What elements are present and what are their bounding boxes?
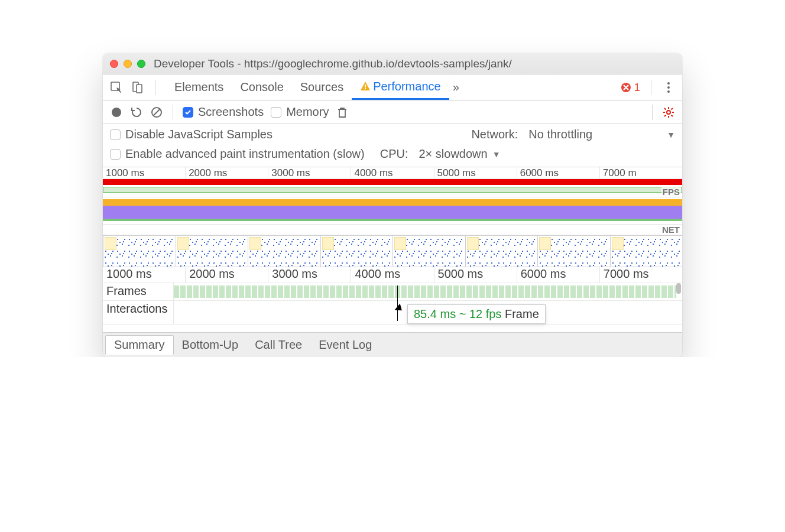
screenshot-thumb[interactable] [465,235,539,267]
window-title: Developer Tools - https://googlechrome.g… [154,57,512,70]
separator [155,80,155,95]
performance-toolbar: Screenshots Memory [103,100,682,124]
memory-label: Memory [286,105,329,119]
screenshot-thumb[interactable] [248,235,321,267]
cpu-lane: CPU [103,197,682,225]
zoom-window-button[interactable] [137,60,145,68]
screenshot-thumb[interactable] [320,235,394,267]
ruler-tick: 7000 m [599,167,682,179]
interactions-track[interactable]: Interactions [103,300,682,324]
capture-settings-panel: Disable JavaScript Samples Network: No t… [103,124,682,167]
tab-performance[interactable]: Performance [352,74,449,100]
ruler-tick: 1000 ms [103,267,185,283]
devtools-window: Developer Tools - https://googlechrome.g… [103,53,682,357]
error-count-badge[interactable]: 1 [621,81,640,94]
flamechart-tracks[interactable]: Frames 85.4 ms ~ 12 fps Frame Interactio… [103,283,682,332]
svg-line-19 [672,108,673,110]
close-window-button[interactable] [110,60,118,68]
svg-point-9 [112,108,121,117]
device-toggle-icon[interactable] [131,81,144,94]
disable-js-label: Disable JavaScript Samples [125,128,273,141]
panel-tabs: Elements Console Sources Performance » [166,74,468,100]
screenshot-thumb[interactable] [610,235,683,267]
error-count: 1 [634,81,640,94]
cpu-label: CPU: [380,147,408,161]
ruler-tick: 5000 ms [434,267,517,283]
ruler-tick: 6000 ms [517,267,599,283]
net-lane-label: NET [661,225,681,235]
network-throttling-dropdown[interactable]: No throttling ▼ [528,128,675,141]
svg-point-12 [667,111,670,114]
screenshots-checkbox[interactable]: Screenshots [183,105,264,119]
separator [651,80,651,95]
memory-checkbox[interactable]: Memory [271,105,329,119]
svg-line-17 [664,108,666,110]
ruler-tick: 7000 ms [599,267,682,283]
cpu-throttling-dropdown[interactable]: 2× slowdown ▼ [419,147,500,161]
screenshot-filmstrip[interactable] [103,235,682,267]
titlebar: Developer Tools - https://googlechrome.g… [103,53,682,74]
flamechart-ruler: 1000 ms 2000 ms 3000 ms 4000 ms 5000 ms … [103,267,682,283]
fps-band [103,187,682,193]
minimize-window-button[interactable] [124,60,132,68]
tab-bottom-up[interactable]: Bottom-Up [174,336,247,354]
inspect-icon[interactable] [110,81,123,94]
chevron-down-icon: ▼ [667,130,675,140]
svg-point-6 [667,82,670,85]
screenshots-label: Screenshots [198,105,264,119]
svg-line-18 [672,115,673,116]
clear-button[interactable] [150,106,163,119]
tabs-overflow[interactable]: » [449,74,468,100]
advanced-paint-label: Enable advanced paint instrumentation (s… [125,147,365,161]
screenshot-thumb[interactable] [392,235,466,267]
kebab-menu-icon[interactable] [662,81,675,94]
interactions-track-header: Interactions [103,301,174,324]
screenshot-thumb[interactable] [103,235,176,267]
frames-lane[interactable] [174,286,676,298]
advanced-paint-checkbox[interactable]: Enable advanced paint instrumentation (s… [110,147,365,161]
cpu-chart [103,199,682,221]
ruler-tick: 1000 ms [103,167,185,179]
svg-rect-2 [137,85,142,93]
scrollbar-thumb[interactable] [676,283,681,294]
checkbox-icon [110,129,121,140]
ruler-tick: 6000 ms [517,167,599,179]
garbage-collect-icon[interactable] [336,106,349,119]
frames-track[interactable]: Frames 85.4 ms ~ 12 fps Frame [103,283,682,300]
ruler-tick: 5000 ms [434,167,517,179]
main-tabbar: Elements Console Sources Performance » 1 [103,74,682,100]
ruler-tick: 4000 ms [351,167,433,179]
ruler-tick: 4000 ms [351,267,433,283]
tab-call-tree[interactable]: Call Tree [246,336,310,354]
disable-js-checkbox[interactable]: Disable JavaScript Samples [110,128,273,141]
ruler-tick: 2000 ms [185,267,268,283]
screenshot-thumb[interactable] [176,235,249,267]
tab-console[interactable]: Console [232,74,291,100]
details-tabbar: Summary Bottom-Up Call Tree Event Log [103,332,682,357]
ruler-tick: 3000 ms [268,267,351,283]
tab-sources[interactable]: Sources [292,74,352,100]
long-task-bar [103,179,682,185]
reload-button[interactable] [130,106,143,119]
screenshot-thumb[interactable] [537,235,611,267]
net-lane: NET [103,225,682,235]
checkbox-icon [110,149,121,160]
overview-ruler: 1000 ms 2000 ms 3000 ms 4000 ms 5000 ms … [103,167,682,179]
network-value: No throttling [528,128,592,141]
overview-timeline[interactable]: 1000 ms 2000 ms 3000 ms 4000 ms 5000 ms … [103,167,682,332]
ruler-tick: 2000 ms [185,167,268,179]
fps-lane-label: FPS [661,187,681,197]
svg-point-7 [667,86,670,89]
tab-event-log[interactable]: Event Log [310,336,380,354]
traffic-lights [110,60,145,68]
record-button[interactable] [110,106,123,119]
svg-line-20 [664,115,666,116]
cpu-value: 2× slowdown [419,147,487,161]
error-icon [621,82,631,93]
tab-summary[interactable]: Summary [105,335,174,355]
capture-settings-icon[interactable] [662,106,675,119]
frames-track-header: Frames [103,283,174,300]
fps-lane: FPS [103,187,682,197]
tab-elements[interactable]: Elements [166,74,232,100]
ruler-tick: 3000 ms [268,167,351,179]
